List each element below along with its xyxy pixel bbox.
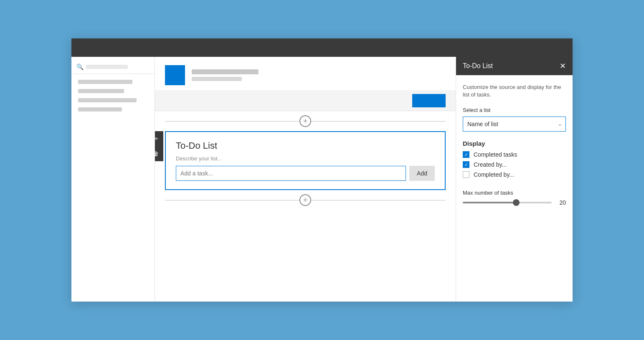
sidebar-line-3 (78, 98, 137, 102)
checkbox-row-1: ✓ Created by... (463, 161, 566, 168)
add-task-button[interactable]: Add (409, 166, 435, 181)
delete-webpart-button[interactable]: 🗑 (155, 146, 163, 161)
check-icon-0: ✓ (464, 152, 468, 157)
panel-description: Customize the source and display for the… (463, 84, 566, 99)
panel-close-button[interactable]: ✕ (560, 62, 566, 70)
titlebar (71, 38, 573, 57)
completed-by-checkbox[interactable] (463, 171, 469, 178)
webpart-edit-toolbar: ✏ 🗑 (155, 131, 163, 161)
display-section: Display ✓ Completed tasks ✓ Created by..… (463, 140, 566, 181)
slider-thumb[interactable] (513, 199, 520, 206)
display-section-title: Display (463, 140, 566, 147)
created-by-checkbox[interactable]: ✓ (463, 161, 469, 168)
add-zone-bottom: + (165, 194, 446, 206)
todo-input-row: Add (176, 166, 435, 181)
checkbox-row-2: Completed by... (463, 171, 566, 178)
select-list-label: Select a list (463, 107, 566, 113)
sidebar-line-2 (78, 89, 124, 93)
add-zone-bottom-line-left (165, 200, 299, 200)
todo-webpart-describe: Describe your list... (176, 155, 435, 162)
header-subtitle-bar (192, 77, 242, 81)
sidebar: 🔍 (71, 57, 155, 302)
add-webpart-bottom-button[interactable]: + (299, 194, 311, 206)
add-task-input[interactable] (176, 166, 406, 181)
panel-body: Customize the source and display for the… (456, 75, 573, 214)
completed-tasks-label: Completed tasks (474, 151, 517, 158)
add-zone-line-right (311, 121, 446, 122)
plus-icon-top: + (303, 117, 308, 126)
add-webpart-top-button[interactable]: + (299, 115, 311, 127)
completed-tasks-checkbox[interactable]: ✓ (463, 151, 469, 158)
todo-webpart-title: To-Do List (176, 140, 435, 151)
right-panel: To-Do List ✕ Customize the source and di… (456, 57, 573, 302)
header-title-bar (192, 69, 259, 74)
dropdown-value: Name of list (467, 121, 498, 127)
todo-webpart-wrapper: ✏ 🗑 To-Do List Describe your list... Add (165, 131, 446, 190)
slider-value: 20 (556, 199, 566, 206)
list-dropdown[interactable]: Name of list ⌵ (463, 117, 566, 132)
select-list-section: Select a list Name of list ⌵ (463, 107, 566, 132)
header-text-block (192, 69, 259, 81)
slider-fill (463, 202, 516, 203)
todo-webpart: To-Do List Describe your list... Add (165, 131, 446, 190)
toolbar-area (155, 91, 456, 111)
edit-webpart-button[interactable]: ✏ (155, 131, 163, 146)
add-zone-top: + (165, 115, 446, 127)
toolbar-primary-button[interactable] (412, 94, 446, 107)
sidebar-search[interactable]: 🔍 (71, 60, 155, 74)
slider-row: 20 (463, 199, 566, 206)
site-icon (165, 65, 185, 85)
slider-label: Max number of tasks (463, 190, 566, 196)
window-body: 🔍 (71, 57, 573, 302)
add-zone-line-left (165, 121, 299, 122)
sidebar-line-1 (78, 80, 132, 84)
plus-icon-bottom: + (303, 196, 308, 205)
slider-section: Max number of tasks 20 (463, 190, 566, 206)
main-content: + ✏ 🗑 To-Do List (155, 57, 456, 302)
add-zone-bottom-line-right (311, 200, 446, 200)
chevron-down-icon: ⌵ (558, 121, 561, 127)
panel-title: To-Do List (463, 62, 493, 70)
trash-icon: 🗑 (155, 150, 159, 157)
content-header (155, 57, 456, 91)
check-icon-1: ✓ (464, 162, 468, 167)
completed-by-label: Completed by... (474, 171, 514, 178)
created-by-label: Created by... (474, 161, 507, 168)
app-window: 🔍 (71, 38, 573, 302)
pencil-icon: ✏ (155, 135, 158, 142)
webpart-area: + ✏ 🗑 To-Do List (155, 111, 456, 302)
sidebar-line-4 (78, 107, 122, 112)
panel-header: To-Do List ✕ (456, 57, 573, 75)
search-icon: 🔍 (76, 63, 84, 70)
checkbox-row-0: ✓ Completed tasks (463, 151, 566, 158)
slider-track (463, 202, 552, 203)
search-placeholder-bar (86, 65, 128, 69)
